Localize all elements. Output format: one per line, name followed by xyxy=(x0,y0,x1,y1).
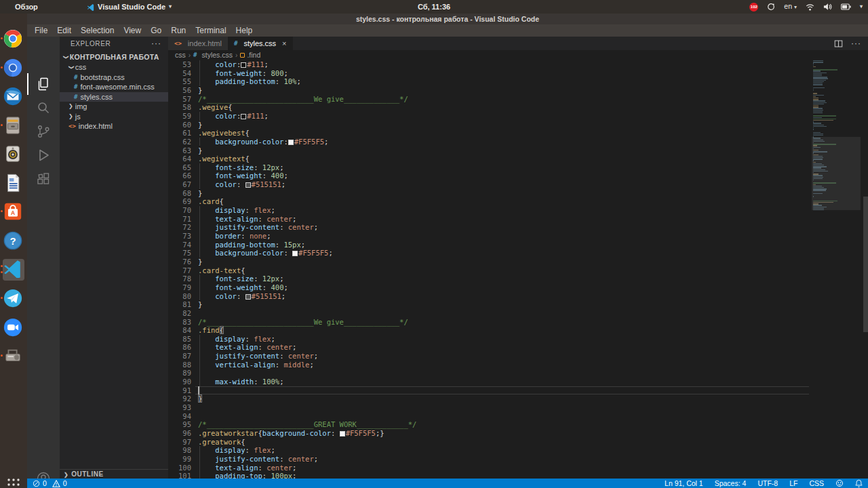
color-swatch[interactable] xyxy=(340,431,345,436)
code-line-83[interactable]: 83/*_________________________We give____… xyxy=(168,318,868,327)
explorer-item-css[interactable]: ❯css xyxy=(60,62,168,73)
dock-item-chrome[interactable] xyxy=(3,28,24,50)
code-line-64[interactable]: 64.wegivetext{ xyxy=(168,155,868,163)
code-line-99[interactable]: 99 justify-content: center; xyxy=(168,455,868,464)
dock-item-chromium[interactable] xyxy=(3,58,24,79)
code-line-96[interactable]: 96.greatworkstar{background-color: #F5F5… xyxy=(168,429,868,438)
tab-styles.css[interactable]: #styles.css× xyxy=(228,37,293,50)
close-tab-icon[interactable]: × xyxy=(282,39,286,47)
code-line-97[interactable]: 97.greatwork{ xyxy=(168,438,868,447)
cursor-position[interactable]: Ln 91, Col 1 xyxy=(665,479,703,487)
window-title-bar[interactable]: styles.css - контрольная работа - Visual… xyxy=(27,14,868,24)
code-editor[interactable]: 53 color:#111;54 font-weight: 800;55 pad… xyxy=(168,60,868,479)
code-line-66[interactable]: 66 font-weight: 400; xyxy=(168,171,868,180)
breadcrumb-segment[interactable]: #styles.css xyxy=(193,51,233,59)
app-menu[interactable]: Visual Studio Code ▾ xyxy=(87,0,172,14)
dock-item-simple-scan[interactable] xyxy=(3,346,24,367)
code-line-71[interactable]: 71 text-align: center; xyxy=(168,215,868,224)
code-line-58[interactable]: 58.wegive{ xyxy=(168,103,868,112)
notifications-bell-icon[interactable] xyxy=(855,479,863,487)
eol-sequence[interactable]: LF xyxy=(789,479,797,487)
dock-item-zoom[interactable] xyxy=(3,317,24,339)
code-line-93[interactable]: 93 xyxy=(168,403,868,412)
code-line-73[interactable]: 73 border: none; xyxy=(168,232,868,241)
color-swatch[interactable] xyxy=(241,114,246,119)
code-line-75[interactable]: 75 background-color: #F5F5F5; xyxy=(168,249,868,258)
color-swatch[interactable] xyxy=(241,62,246,68)
system-tray[interactable]: 102 en ▾ ▾ xyxy=(749,0,863,14)
menu-terminal[interactable]: Terminal xyxy=(191,24,231,37)
code-line-100[interactable]: 100 text-align: center; xyxy=(168,464,868,472)
show-applications-button[interactable] xyxy=(6,477,28,488)
color-swatch[interactable] xyxy=(288,140,294,145)
feedback-icon[interactable] xyxy=(835,479,844,487)
code-line-92[interactable]: 92} xyxy=(168,394,868,403)
indentation[interactable]: Spaces: 4 xyxy=(715,479,747,487)
code-line-72[interactable]: 72 justify-content: center; xyxy=(168,223,868,232)
code-line-80[interactable]: 80 color: #515151; xyxy=(168,292,868,301)
code-line-55[interactable]: 55 padding-bottom: 10%; xyxy=(168,77,868,86)
code-line-68[interactable]: 68} xyxy=(168,189,868,198)
language-mode[interactable]: CSS xyxy=(809,479,824,487)
code-line-59[interactable]: 59 color:#111; xyxy=(168,112,868,121)
code-line-63[interactable]: 63} xyxy=(168,146,868,155)
activity-files-icon[interactable] xyxy=(35,76,52,92)
tab-index.html[interactable]: <>index.html xyxy=(168,37,228,50)
dock-item-libreoffice-writer[interactable] xyxy=(3,173,24,195)
dock-item-telegram[interactable] xyxy=(3,288,24,310)
explorer-actions-button[interactable]: ··· xyxy=(151,37,161,52)
dock-item-thunderbird[interactable] xyxy=(3,86,24,108)
code-line-69[interactable]: 69.card{ xyxy=(168,197,868,206)
code-line-85[interactable]: 85 display: flex; xyxy=(168,335,868,344)
color-swatch[interactable] xyxy=(245,294,251,300)
dock-item-vscode[interactable] xyxy=(3,259,24,281)
code-line-62[interactable]: 62 background-color:#F5F5F5; xyxy=(168,138,868,146)
more-actions-button[interactable]: ··· xyxy=(851,39,861,48)
code-line-91[interactable]: 91 xyxy=(168,386,868,395)
code-line-79[interactable]: 79 font-weight: 400; xyxy=(168,283,868,292)
minimap-slider[interactable] xyxy=(812,137,861,210)
explorer-item-img[interactable]: ❯img xyxy=(60,102,168,112)
explorer-item-font-awesome.min.css[interactable]: #font-awesome.min.css xyxy=(60,82,168,92)
problems-indicator[interactable]: 0 0 xyxy=(33,479,67,487)
code-line-95[interactable]: 95/*_________________________GREAT WORK_… xyxy=(168,420,868,429)
dock-item-help[interactable]: ? xyxy=(3,230,24,252)
code-line-70[interactable]: 70 display: flex; xyxy=(168,206,868,215)
code-line-86[interactable]: 86 text-align: center; xyxy=(168,343,868,352)
activity-extensions-icon[interactable] xyxy=(35,171,52,187)
code-line-57[interactable]: 57/*_________________________We give____… xyxy=(168,95,868,104)
outline-section[interactable]: ❯OUTLINE xyxy=(60,469,168,479)
menu-edit[interactable]: Edit xyxy=(52,24,76,37)
code-line-60[interactable]: 60} xyxy=(168,121,868,129)
color-swatch[interactable] xyxy=(245,182,251,188)
vertical-scrollbar[interactable] xyxy=(863,197,868,332)
menu-help[interactable]: Help xyxy=(231,24,258,37)
code-line-77[interactable]: 77.card-text{ xyxy=(168,266,868,275)
split-editor-icon[interactable] xyxy=(834,39,843,48)
explorer-item-js[interactable]: ❯js xyxy=(60,112,168,122)
code-line-56[interactable]: 56} xyxy=(168,86,868,95)
encoding[interactable]: UTF-8 xyxy=(757,479,778,487)
explorer-item-bootstrap.css[interactable]: #bootstrap.css xyxy=(60,73,168,83)
code-line-89[interactable]: 89 xyxy=(168,369,868,378)
code-line-94[interactable]: 94 xyxy=(168,412,868,421)
menu-file[interactable]: File xyxy=(30,24,52,37)
explorer-item-styles.css[interactable]: #styles.css xyxy=(60,92,168,102)
explorer-item-index.html[interactable]: <>index.html xyxy=(60,121,168,131)
code-line-65[interactable]: 65 font-size: 12px; xyxy=(168,163,868,172)
dock-item-file-cabinet[interactable] xyxy=(3,115,24,137)
code-line-87[interactable]: 87 justify-content: center; xyxy=(168,352,868,361)
code-line-78[interactable]: 78 font-size: 12px; xyxy=(168,274,868,283)
code-line-61[interactable]: 61.wegivebest{ xyxy=(168,129,868,138)
clock[interactable]: Сб, 11:36 xyxy=(418,0,450,14)
code-line-88[interactable]: 88 vertical-align: middle; xyxy=(168,361,868,369)
activity-source-control-icon[interactable] xyxy=(35,123,52,140)
menu-go[interactable]: Go xyxy=(146,24,166,37)
breadcrumb[interactable]: css›#styles.css›.find xyxy=(168,50,868,60)
menu-run[interactable]: Run xyxy=(166,24,191,37)
code-line-98[interactable]: 98 display: flex; xyxy=(168,446,868,455)
menu-view[interactable]: View xyxy=(119,24,146,37)
activity-run-debug-icon[interactable] xyxy=(35,147,52,163)
dock-item-rhythmbox[interactable] xyxy=(3,144,24,165)
code-line-84[interactable]: 84.find{ xyxy=(168,326,868,335)
